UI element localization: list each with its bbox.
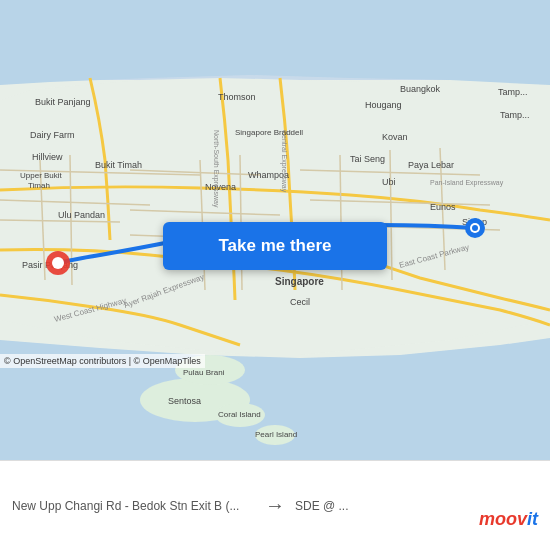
svg-text:Tamp...: Tamp... [500, 110, 530, 120]
svg-text:Ubi: Ubi [382, 177, 396, 187]
svg-text:Paya Lebar: Paya Lebar [408, 160, 454, 170]
svg-text:Tai Seng: Tai Seng [350, 154, 385, 164]
take-me-there-label: Take me there [218, 236, 331, 256]
osm-credit: © OpenStreetMap contributors | © OpenMap… [0, 354, 205, 368]
svg-text:Kovan: Kovan [382, 132, 408, 142]
bottom-bar: New Upp Changi Rd - Bedok Stn Exit B (..… [0, 460, 550, 550]
svg-text:North-South Expressway: North-South Expressway [212, 130, 220, 208]
svg-text:Buangkok: Buangkok [400, 84, 441, 94]
svg-text:Thomson: Thomson [218, 92, 256, 102]
svg-text:Pulau Brani: Pulau Brani [183, 368, 225, 377]
svg-text:Dairy Farm: Dairy Farm [30, 130, 75, 140]
svg-text:Singapore: Singapore [275, 276, 324, 287]
svg-point-57 [52, 257, 64, 269]
svg-text:Cecil: Cecil [290, 297, 310, 307]
svg-text:Pan-Island Expressway: Pan-Island Expressway [430, 179, 504, 187]
arrow-icon: → [265, 494, 285, 517]
svg-text:Singapore Braddell: Singapore Braddell [235, 128, 303, 137]
svg-text:Hillview: Hillview [32, 152, 63, 162]
origin-section: New Upp Changi Rd - Bedok Stn Exit B (..… [12, 499, 255, 513]
take-me-there-button[interactable]: Take me there [163, 222, 387, 270]
svg-text:Ulu Pandan: Ulu Pandan [58, 210, 105, 220]
svg-text:Bukit Panjang: Bukit Panjang [35, 97, 91, 107]
svg-point-60 [472, 225, 478, 231]
svg-text:Coral Island: Coral Island [218, 410, 261, 419]
svg-text:Eunos: Eunos [430, 202, 456, 212]
origin-label: New Upp Changi Rd - Bedok Stn Exit B (..… [12, 499, 255, 513]
svg-text:Bukit Timah: Bukit Timah [95, 160, 142, 170]
svg-text:Sentosa: Sentosa [168, 396, 201, 406]
svg-text:Central Expressway: Central Expressway [280, 130, 288, 193]
svg-text:Upper Bukit: Upper Bukit [20, 171, 63, 180]
svg-text:Hougang: Hougang [365, 100, 402, 110]
moovit-logo: moovit [479, 509, 538, 530]
svg-text:Pearl Island: Pearl Island [255, 430, 297, 439]
map-container: Bukit Panjang Thomson Hougang Buangkok D… [0, 0, 550, 460]
svg-text:Timah: Timah [28, 181, 50, 190]
svg-text:Tamp...: Tamp... [498, 87, 528, 97]
